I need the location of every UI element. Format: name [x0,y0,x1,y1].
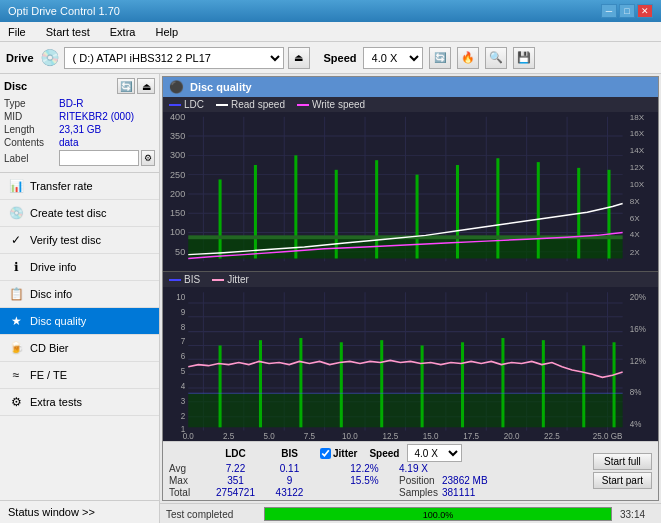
svg-rect-41 [375,160,378,258]
svg-text:4%: 4% [630,419,642,429]
read-speed-legend: Read speed [231,99,285,110]
window-controls: ─ □ ✕ [601,4,653,18]
start-part-button[interactable]: Start part [593,472,652,489]
sidebar-label-drive-info: Drive info [30,261,76,273]
extra-tests-icon: ⚙ [8,394,24,410]
svg-rect-45 [537,162,540,258]
menu-start-test[interactable]: Start test [42,25,94,39]
minimize-button[interactable]: ─ [601,4,617,18]
menu-file[interactable]: File [4,25,30,39]
refresh-button[interactable]: 🔄 [429,47,451,69]
svg-rect-96 [188,393,622,427]
bottom-chart-svg: 10 9 8 7 6 5 4 3 2 1 20% 16% 12% [163,287,658,441]
contents-key: Contents [4,137,59,148]
svg-text:6X: 6X [630,214,641,223]
sidebar-item-create-test-disc[interactable]: 💿 Create test disc [0,200,159,227]
sidebar-label-fe-te: FE / TE [30,369,67,381]
progress-text: 100.0% [265,508,611,522]
window-title: Opti Drive Control 1.70 [8,5,120,17]
mid-key: MID [4,111,59,122]
speed-val-display: 4.19 X [399,463,428,474]
svg-text:18X: 18X [630,113,645,122]
time-display: 33:14 [620,509,655,520]
svg-text:14X: 14X [630,147,645,156]
transfer-rate-icon: 📊 [8,178,24,194]
svg-text:5.0: 5.0 [263,431,275,441]
svg-text:16%: 16% [630,323,647,333]
status-window[interactable]: Status window >> [0,500,159,523]
sidebar-label-transfer-rate: Transfer rate [30,180,93,192]
svg-rect-42 [416,175,419,259]
progress-bar-container: Test completed 100.0% 33:14 [160,503,661,523]
sidebar-item-verify-test-disc[interactable]: ✓ Verify test disc [0,227,159,254]
svg-text:12.5: 12.5 [382,431,398,441]
menu-extra[interactable]: Extra [106,25,140,39]
svg-rect-47 [607,170,610,259]
svg-text:12X: 12X [630,163,645,172]
speed-col-header: Speed [369,448,399,459]
svg-rect-104 [501,338,504,427]
maximize-button[interactable]: □ [619,4,635,18]
speed-select[interactable]: 4.0 X 2.0 X 6.0 X [363,47,423,69]
bis-legend: BIS [184,274,200,285]
svg-text:17.5: 17.5 [463,431,479,441]
ldc-legend: LDC [184,99,204,110]
svg-text:4X: 4X [630,230,641,239]
sidebar-item-transfer-rate[interactable]: 📊 Transfer rate [0,173,159,200]
quality-header: ⚫ Disc quality [163,77,658,97]
mid-val: RITEKBR2 (000) [59,111,155,122]
sidebar-item-drive-info[interactable]: ℹ Drive info [0,254,159,281]
sidebar: Disc 🔄 ⏏ Type BD-R MID RITEKBR2 (000) Le… [0,74,160,523]
svg-text:300: 300 [170,150,185,160]
start-full-button[interactable]: Start full [593,453,652,470]
svg-text:2X: 2X [630,248,641,257]
svg-rect-107 [613,342,616,427]
disc-panel: Disc 🔄 ⏏ Type BD-R MID RITEKBR2 (000) Le… [0,74,159,173]
start-buttons: Start full Start part [593,453,652,489]
contents-val: data [59,137,155,148]
svg-text:7: 7 [181,336,186,346]
svg-rect-103 [461,342,464,427]
create-test-disc-icon: 💿 [8,205,24,221]
svg-rect-37 [219,179,222,258]
disc-eject-btn[interactable]: ⏏ [137,78,155,94]
status-text: Test completed [166,509,256,520]
sidebar-item-disc-info[interactable]: 📋 Disc info [0,281,159,308]
svg-rect-106 [582,345,585,427]
svg-rect-99 [299,338,302,427]
burn-button[interactable]: 🔥 [457,47,479,69]
label-edit-btn[interactable]: ⚙ [141,150,155,166]
sidebar-label-verify-test-disc: Verify test disc [30,234,101,246]
stats-bar: LDC BIS Jitter Speed 4.0 X [163,441,658,500]
save-button[interactable]: 💾 [513,47,535,69]
samples-val: 381111 [442,487,475,498]
svg-text:3: 3 [181,396,186,406]
svg-text:25.0 GB: 25.0 GB [593,431,623,441]
label-input[interactable] [59,150,139,166]
bis-total: 43122 [267,487,312,498]
sidebar-item-disc-quality[interactable]: ★ Disc quality [0,308,159,335]
eject-button[interactable]: ⏏ [288,47,310,69]
ldc-header: LDC [208,448,263,459]
svg-rect-39 [294,155,297,258]
drive-label: Drive [6,52,34,64]
svg-text:250: 250 [170,170,185,180]
check-button[interactable]: 🔍 [485,47,507,69]
sidebar-item-fe-te[interactable]: ≈ FE / TE [0,362,159,389]
speed-result-dropdown[interactable]: 4.0 X [407,444,462,462]
length-val: 23,31 GB [59,124,155,135]
jitter-header: Jitter [333,448,357,459]
disc-title: Disc [4,80,27,92]
svg-rect-97 [219,345,222,427]
quality-title: Disc quality [190,81,252,93]
close-button[interactable]: ✕ [637,4,653,18]
sidebar-item-cd-bier[interactable]: 🍺 CD Bier [0,335,159,362]
svg-rect-105 [542,340,545,427]
sidebar-item-extra-tests[interactable]: ⚙ Extra tests [0,389,159,416]
menu-help[interactable]: Help [151,25,182,39]
jitter-checkbox[interactable] [320,448,331,459]
disc-refresh-btn[interactable]: 🔄 [117,78,135,94]
sidebar-label-create-test-disc: Create test disc [30,207,106,219]
drive-select[interactable]: ( D:) ATAPI iHBS312 2 PL17 [64,47,284,69]
svg-text:8X: 8X [630,197,641,206]
